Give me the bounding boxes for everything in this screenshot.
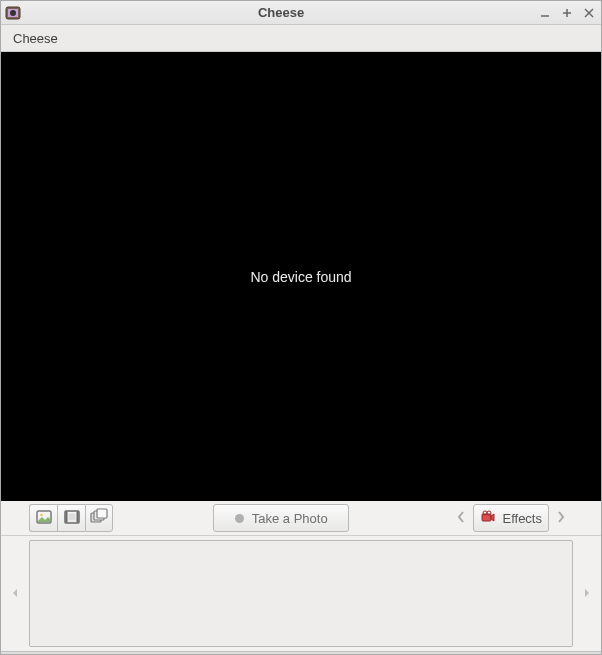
burst-mode-button[interactable] [85, 504, 113, 532]
filmstrip-prev-button[interactable] [1, 536, 29, 651]
take-photo-label: Take a Photo [252, 511, 328, 526]
no-device-message: No device found [250, 269, 351, 285]
mode-group [29, 504, 113, 532]
filmstrip-area [1, 535, 601, 651]
maximize-button[interactable] [559, 5, 575, 21]
menu-cheese[interactable]: Cheese [7, 28, 64, 49]
next-effect-button[interactable] [549, 504, 573, 532]
triangle-left-icon [11, 588, 19, 600]
svg-point-2 [10, 10, 16, 16]
camera-preview: No device found [1, 52, 601, 501]
triangle-right-icon [583, 588, 591, 600]
filmstrip-next-button[interactable] [573, 536, 601, 651]
record-indicator-icon [235, 514, 244, 523]
prev-effect-button[interactable] [449, 504, 473, 532]
video-mode-button[interactable] [57, 504, 85, 532]
close-button[interactable] [581, 5, 597, 21]
app-icon [5, 5, 21, 21]
video-mode-icon [63, 508, 81, 529]
effects-nav-group: Effects [449, 504, 573, 532]
svg-rect-13 [68, 513, 75, 520]
take-photo-button[interactable]: Take a Photo [213, 504, 349, 532]
chevron-left-icon [456, 510, 466, 527]
svg-rect-16 [97, 509, 107, 518]
menubar: Cheese [1, 25, 601, 52]
photo-mode-icon [35, 508, 53, 529]
chevron-right-icon [556, 510, 566, 527]
window-controls [537, 5, 597, 21]
window-title: Cheese [25, 5, 537, 20]
thumbnail-strip[interactable] [29, 540, 573, 647]
toolbar: Take a Photo Effects [1, 501, 601, 535]
minimize-button[interactable] [537, 5, 553, 21]
effects-label: Effects [502, 511, 542, 526]
titlebar: Cheese [1, 1, 601, 25]
statusbar [1, 651, 601, 654]
burst-mode-icon [90, 508, 108, 529]
svg-rect-11 [65, 511, 67, 522]
svg-point-9 [40, 513, 43, 516]
svg-rect-12 [76, 511, 78, 522]
effects-button[interactable]: Effects [473, 504, 549, 532]
photo-mode-button[interactable] [29, 504, 57, 532]
effects-icon [480, 509, 496, 528]
